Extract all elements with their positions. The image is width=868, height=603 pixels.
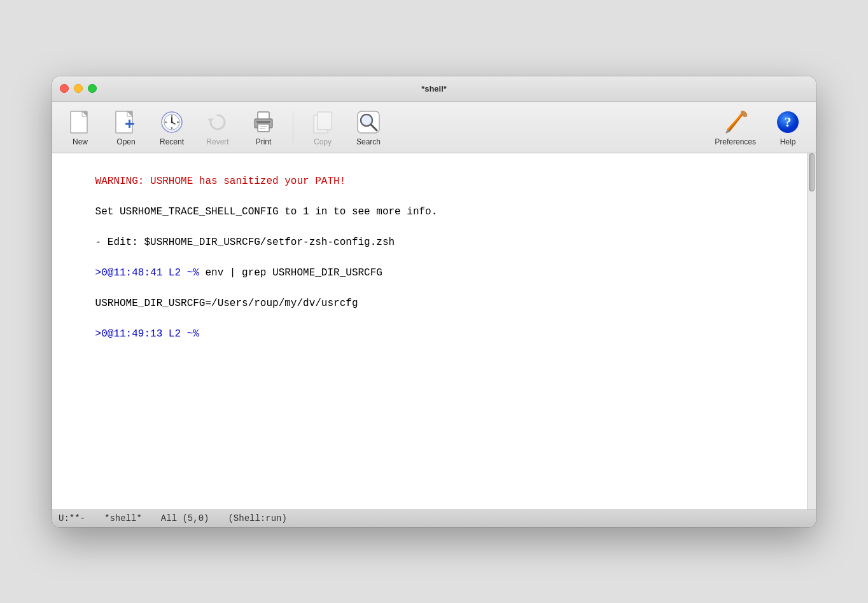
svg-marker-18 <box>207 118 214 122</box>
new-label: New <box>73 137 88 146</box>
maximize-button[interactable] <box>88 84 97 93</box>
print-label: Print <box>256 137 272 146</box>
svg-point-17 <box>171 121 173 123</box>
svg-rect-7 <box>129 120 130 128</box>
svg-text:?: ? <box>785 114 792 130</box>
status-buffer: *shell* <box>104 513 142 523</box>
open-icon <box>112 108 140 136</box>
svg-rect-21 <box>258 124 269 132</box>
separator-1 <box>293 111 293 143</box>
print-icon <box>249 108 277 136</box>
help-icon: ? <box>774 108 802 136</box>
preferences-icon <box>722 108 750 136</box>
svg-line-34 <box>727 130 729 132</box>
terminal-line-6: >0@11:49:13 L2 ~% <box>95 328 199 340</box>
search-icon <box>354 108 382 136</box>
terminal-command-1: env | grep USRHOME_DIR_USRCFG <box>205 267 382 279</box>
svg-rect-22 <box>256 121 270 123</box>
status-mode: U:**- <box>59 513 85 523</box>
scrollbar[interactable] <box>807 153 816 509</box>
titlebar: *shell* <box>52 76 816 102</box>
traffic-lights <box>60 84 97 93</box>
search-button[interactable]: Search <box>347 106 390 149</box>
terminal-line-4: >0@11:48:41 L2 ~% <box>95 267 206 279</box>
search-label: Search <box>356 137 381 146</box>
terminal-line-3: - Edit: $USRHOME_DIR_USRCFG/setfor-zsh-c… <box>95 237 395 248</box>
statusbar: U:**- *shell* All (5,0) (Shell:run) <box>52 509 816 527</box>
revert-label: Revert <box>206 137 228 146</box>
recent-icon <box>158 108 186 136</box>
revert-button[interactable]: Revert <box>196 106 239 149</box>
copy-label: Copy <box>314 137 332 146</box>
help-label: Help <box>780 137 796 146</box>
minimize-button[interactable] <box>74 84 83 93</box>
window-title: *shell* <box>421 84 447 94</box>
scrollbar-thumb[interactable] <box>809 153 815 191</box>
copy-icon <box>309 108 337 136</box>
status-state: (Shell:run) <box>228 513 286 523</box>
terminal-line-5: USRHOME_DIR_USRCFG=/Users/roup/my/dv/usr… <box>95 298 358 309</box>
status-position: All (5,0) <box>161 513 209 523</box>
revert-icon <box>204 108 232 136</box>
open-label: Open <box>116 137 135 146</box>
main-window: *shell* New <box>52 76 816 527</box>
svg-line-32 <box>727 114 741 130</box>
preferences-label: Preferences <box>715 137 756 146</box>
print-button[interactable]: Print <box>242 106 285 149</box>
terminal-line-2: Set USRHOME_TRACE_SHELL_CONFIG to 1 in t… <box>95 206 438 218</box>
content-wrapper: WARNING: USRHOME has sanitized your PATH… <box>52 153 816 509</box>
preferences-button[interactable]: Preferences <box>707 106 764 149</box>
help-button[interactable]: ? Help <box>766 106 809 149</box>
terminal-content[interactable]: WARNING: USRHOME has sanitized your PATH… <box>52 153 807 509</box>
open-button[interactable]: Open <box>104 106 148 149</box>
svg-rect-26 <box>318 112 332 130</box>
toolbar: New Open <box>52 102 816 153</box>
recent-label: Recent <box>160 137 184 146</box>
new-button[interactable]: New <box>59 106 102 149</box>
new-icon <box>66 108 94 136</box>
copy-button[interactable]: Copy <box>301 106 344 149</box>
terminal-line-1: WARNING: USRHOME has sanitized your PATH… <box>95 176 346 187</box>
close-button[interactable] <box>60 84 69 93</box>
recent-button[interactable]: Recent <box>150 106 193 149</box>
